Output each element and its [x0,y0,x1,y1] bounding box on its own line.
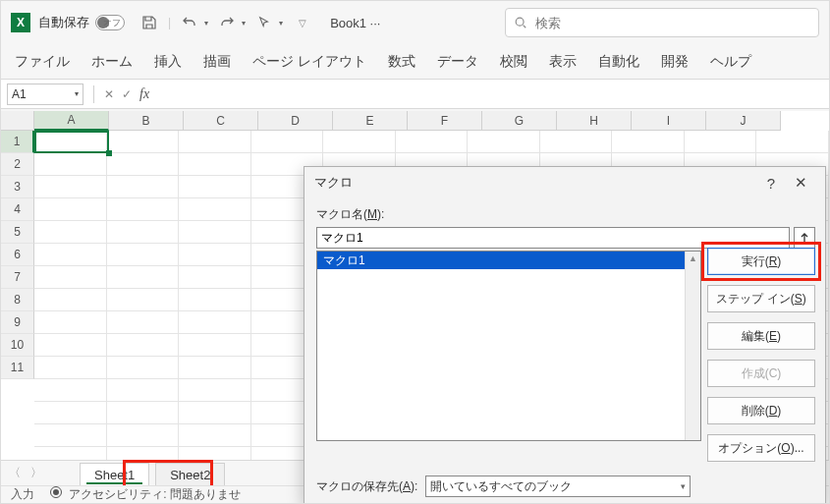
dialog-close-button[interactable]: ✕ [786,171,815,195]
dialog-help-button[interactable]: ? [756,171,786,195]
row-header-6[interactable]: 6 [1,244,34,266]
cell[interactable] [179,153,251,176]
row-header-9[interactable]: 9 [1,311,34,334]
cursor-dropdown-icon[interactable]: ▾ [279,19,283,28]
cell[interactable] [107,311,180,334]
cell[interactable] [107,176,180,198]
cell[interactable] [34,334,107,357]
col-header-B[interactable]: B [109,111,184,131]
row-header-11[interactable]: 11 [1,357,34,379]
step-in-button[interactable]: ステップ イン(S) [707,285,815,312]
row-header-5[interactable]: 5 [1,221,34,244]
save-icon[interactable] [140,14,158,31]
cell[interactable] [34,357,107,379]
cell[interactable] [756,131,829,153]
tab-view[interactable]: 表示 [547,49,579,75]
cell[interactable] [34,424,107,447]
enter-formula-icon[interactable]: ✓ [122,87,132,101]
tab-developer[interactable]: 開発 [659,49,691,75]
cell[interactable] [685,131,757,153]
name-box-caret-icon[interactable]: ▾ [75,89,79,98]
delete-button[interactable]: 削除(D) [707,397,815,424]
cell[interactable] [179,311,251,334]
tab-formulas[interactable]: 数式 [386,49,417,75]
undo-dropdown-icon[interactable]: ▾ [204,19,208,28]
qat-customize-icon[interactable]: ▽ [299,18,306,28]
cell[interactable] [251,131,324,153]
cancel-formula-icon[interactable]: ✕ [104,87,114,101]
tab-review[interactable]: 校閲 [498,49,529,75]
cell[interactable] [468,131,540,153]
redo-icon[interactable] [218,14,236,31]
sheet-tab-2[interactable]: Sheet2 [155,463,225,485]
cell[interactable] [107,379,180,402]
name-box[interactable]: A1 ▾ [7,84,83,105]
row-header-3[interactable]: 3 [1,176,34,198]
cell[interactable] [179,221,251,244]
search-box[interactable] [505,8,819,37]
row-header-8[interactable]: 8 [1,289,34,311]
cell[interactable] [34,311,107,334]
tab-insert[interactable]: 挿入 [152,49,184,75]
cell[interactable] [34,244,107,266]
cell[interactable] [179,244,251,266]
document-title[interactable]: Book1 ··· [330,16,380,30]
status-accessibility[interactable]: アクセシビリティ: 問題ありませ [50,486,241,503]
cell[interactable] [179,334,251,357]
cell[interactable] [107,289,180,311]
tab-page-layout[interactable]: ページ レイアウト [250,49,368,75]
fx-icon[interactable]: fx [139,86,149,102]
sheet-nav-prev-icon[interactable]: 〈 [9,465,21,481]
col-header-G[interactable]: G [482,111,557,131]
cell[interactable] [107,131,180,153]
autosave-toggle[interactable]: 自動保存 オフ [38,14,125,31]
scroll-up-icon[interactable]: ▲ [689,252,697,263]
cell[interactable] [107,244,180,266]
macro-list-item[interactable]: マクロ1 [317,252,700,269]
edit-button[interactable]: 編集(E) [707,322,815,350]
toggle-switch[interactable]: オフ [95,15,125,30]
cell[interactable] [323,131,396,153]
search-input[interactable] [533,15,810,31]
cell[interactable] [179,289,251,311]
tab-draw[interactable]: 描画 [201,49,233,75]
cell[interactable] [34,131,107,153]
macro-list-scrollbar[interactable]: ▲ [685,252,700,440]
cell[interactable] [540,131,613,153]
row-header-7[interactable]: 7 [1,266,34,289]
macro-run-reference-button[interactable] [794,227,815,249]
col-header-F[interactable]: F [408,111,482,131]
sheet-tab-1[interactable]: Sheet1 [80,463,149,485]
cell[interactable] [612,131,685,153]
cell[interactable] [107,221,180,244]
cell[interactable] [107,266,180,289]
cell[interactable] [179,402,251,424]
dialog-title-bar[interactable]: マクロ ? ✕ [304,167,825,198]
col-header-C[interactable]: C [184,111,258,131]
col-header-A[interactable]: A [34,111,109,131]
cell[interactable] [34,266,107,289]
cell[interactable] [179,176,251,198]
cell[interactable] [107,198,180,221]
tab-file[interactable]: ファイル [13,49,72,75]
row-header-2[interactable]: 2 [1,153,34,176]
macro-name-input[interactable] [316,227,790,249]
col-header-H[interactable]: H [557,111,632,131]
cell[interactable] [107,357,180,379]
tab-automate[interactable]: 自動化 [596,49,641,75]
tab-data[interactable]: データ [435,49,480,75]
cell[interactable] [34,153,107,176]
row-header-1[interactable]: 1 [1,131,34,153]
cell[interactable] [107,153,180,176]
redo-dropdown-icon[interactable]: ▾ [242,19,246,28]
undo-icon[interactable] [181,14,198,31]
macro-store-select[interactable]: 開いているすべてのブック ▾ [425,476,691,497]
row-header-10[interactable]: 10 [1,334,34,357]
cell[interactable] [34,289,107,311]
cell[interactable] [34,379,107,402]
row-header-4[interactable]: 4 [1,198,34,221]
sheet-nav-next-icon[interactable]: 〉 [30,465,42,481]
cell[interactable] [34,402,107,424]
options-button[interactable]: オプション(O)... [707,434,815,462]
col-header-J[interactable]: J [706,111,781,131]
